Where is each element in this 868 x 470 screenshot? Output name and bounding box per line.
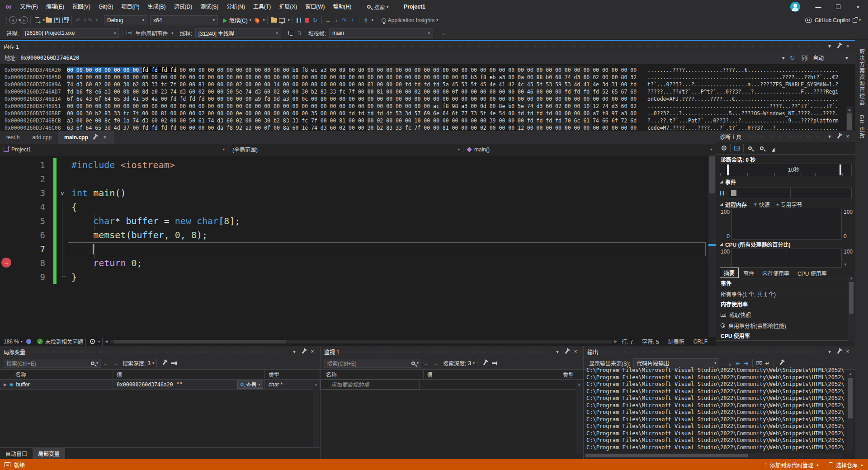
watch-search-input[interactable]: 搜索(Ctrl+E) ▾: [324, 359, 421, 368]
close-icon[interactable]: ×: [571, 348, 580, 356]
memory-ascii[interactable]: ........................................…: [647, 74, 838, 81]
tab-locals[interactable]: 局部变量: [33, 448, 65, 459]
current-statement-icon[interactable]: →: [1, 258, 11, 268]
column-header-value[interactable]: 值: [113, 370, 265, 379]
code-line[interactable]: 8 return 0;: [0, 256, 716, 270]
output-line[interactable]: C:\Program Files\Microsoft Visual Studio…: [584, 381, 855, 388]
process-memory-section-header[interactable]: ◢ 进程内存 ▼ 快照 ● 专用字节: [716, 200, 855, 209]
step-out-button[interactable]: ↑: [349, 16, 357, 24]
back-icon[interactable]: ←: [424, 360, 429, 367]
export-icon[interactable]: [733, 144, 741, 152]
output-titlebar[interactable]: 输出 ▾ ×: [584, 346, 855, 357]
pin-icon[interactable]: [835, 42, 843, 50]
step-over-button[interactable]: ↷: [340, 16, 349, 24]
health-status-text[interactable]: 未找到相关问题: [45, 338, 83, 345]
menu-item[interactable]: 分析(N): [222, 0, 249, 14]
document-health-icon[interactable]: [26, 339, 31, 344]
breadcrumb-scope-dropdown[interactable]: (全局范围) ▾: [228, 144, 463, 155]
settings-gear-icon[interactable]: [720, 144, 728, 152]
output-line[interactable]: C:\Program Files\Microsoft Visual Studio…: [584, 374, 855, 381]
code-line[interactable]: 3int main(): [0, 186, 716, 200]
interactive-window-button[interactable]: ⋕: [362, 16, 370, 24]
memory-ascii[interactable]: ?????...??#t?`...P^t?`...0??3?...?......…: [647, 88, 838, 95]
memory-hex-bytes[interactable]: 00 00 00 00 00 00 00 00 00 00 00 00 00 0…: [67, 74, 637, 81]
app-insights-button[interactable]: Application Insights: [388, 17, 434, 24]
depth-value-dropdown[interactable]: 3: [468, 360, 471, 367]
memory-ascii[interactable]: ........????............????...€........…: [647, 66, 838, 74]
tab-events[interactable]: 事件: [740, 268, 758, 278]
save-button[interactable]: [53, 16, 61, 24]
lifecycle-events-button[interactable]: 生命周期事件: [135, 29, 168, 37]
back-icon[interactable]: ←: [103, 360, 108, 367]
cpu-chart-plot[interactable]: [731, 249, 842, 268]
output-vscrollbar[interactable]: ▲: [847, 371, 854, 453]
memory-row[interactable]: 0x00000260D3746AD7fd b6 f8 e6 a3 00 0b 0…: [0, 88, 855, 95]
pin-icon[interactable]: [777, 359, 785, 367]
output-line[interactable]: C:\Program Files\Microsoft Visual Studio…: [584, 430, 855, 437]
redo-button[interactable]: ↷: [86, 16, 94, 24]
close-icon[interactable]: ×: [844, 348, 852, 356]
editor-scrollbar-thumb[interactable]: [709, 156, 715, 193]
code-line[interactable]: 5 char* buffer = new char[8];: [0, 214, 716, 228]
memory-row[interactable]: 0x00000260D3746A9A74 d3 60 02 00 00 30 b…: [0, 81, 855, 88]
pause-button[interactable]: [295, 16, 303, 24]
column-header-type[interactable]: 类型: [559, 370, 583, 379]
diagnostics-titlebar[interactable]: 诊断工具 ▾ ×: [716, 131, 855, 142]
locals-search-input[interactable]: 搜索(Ctrl+E) ▾: [4, 359, 101, 368]
take-snapshot-link[interactable]: 截取快照: [716, 309, 855, 320]
refresh-icon[interactable]: ↻: [788, 54, 797, 62]
sidebar-tab-git-changes[interactable]: Git 更改: [858, 110, 866, 144]
code-text[interactable]: }: [45, 270, 77, 284]
scroll-down-icon[interactable]: ▼: [844, 262, 852, 268]
code-text[interactable]: int main(): [45, 186, 126, 200]
pin-icon[interactable]: [562, 348, 571, 356]
menu-item[interactable]: 测试(S): [196, 0, 222, 14]
thread-dropdown[interactable]: [31240] 主线程▾: [195, 28, 281, 38]
view-value-button[interactable]: 查看 ▾: [237, 381, 263, 389]
maximize-button[interactable]: [828, 0, 848, 14]
editor-hscrollbar[interactable]: [110, 340, 612, 343]
memory-ascii[interactable]: t?`...0??3?...?.................a...????…: [647, 81, 838, 88]
pin-icon[interactable]: [835, 348, 843, 356]
zoom-in-icon[interactable]: +: [746, 144, 754, 152]
memory-ascii[interactable]: .......................................?…: [647, 103, 838, 110]
diagnostics-scrollbar[interactable]: ▲: [848, 276, 854, 341]
forward-icon[interactable]: →: [113, 360, 118, 367]
tab-memory-usage[interactable]: 内存使用率: [759, 268, 793, 278]
code-line[interactable]: 6 memset(buffer, 0, 8);: [0, 228, 716, 242]
output-line[interactable]: C:\Program Files\Microsoft Visual Studio…: [584, 437, 855, 444]
line-indicator[interactable]: 行: 7: [622, 338, 633, 345]
tab-main-cpp[interactable]: main.cpp ×: [58, 131, 114, 144]
tab-add-cpp[interactable]: add.cpp: [26, 131, 58, 144]
changed-bytes[interactable]: fd fd fd fd: [142, 67, 176, 73]
menu-item[interactable]: 文件(F): [16, 0, 42, 14]
add-watch-row[interactable]: 添加要监视的项: [321, 380, 583, 390]
pin-icon[interactable]: [835, 132, 843, 141]
memory-hex-bytes[interactable]: 00 00 30 b2 83 33 fc 7f 00 00 81 00 00 0…: [67, 110, 637, 117]
github-copilot-button[interactable]: GitHub Copilot ▾: [805, 16, 861, 24]
toolbar-overflow-icon[interactable]: ⌄: [439, 29, 448, 37]
memory-row[interactable]: 0x00000260D3746BCBa3 00 0e 00 8c f0 1a 7…: [0, 117, 855, 124]
search-box[interactable]: 搜索 ▾: [367, 3, 388, 11]
window-position-icon[interactable]: ▾: [290, 348, 298, 356]
locals-titlebar[interactable]: 局部变量 ▾ ×: [0, 346, 320, 357]
add-to-source-control-button[interactable]: ↑ 添加到源代码管理 ▲: [760, 459, 824, 470]
close-icon[interactable]: ×: [844, 42, 852, 50]
show-next-statement-button[interactable]: →: [324, 16, 332, 24]
output-log[interactable]: C:\Program Files\Microsoft Visual Studio…: [584, 367, 855, 451]
navigate-back-button[interactable]: ◂: [9, 16, 17, 24]
memory-hex-bytes[interactable]: 00 00 00 00 00 00 00 00 00 00 00 00 b8 f…: [176, 67, 637, 73]
code-line[interactable]: 7: [0, 242, 716, 256]
select-repository-button[interactable]: 选择仓库 ▲: [824, 459, 868, 470]
memory-row[interactable]: 0x00000260D3746C0863 6f 64 65 3d 4d 37 0…: [0, 124, 855, 131]
account-avatar[interactable]: [790, 2, 800, 12]
clear-all-icon[interactable]: ⌧: [755, 359, 763, 367]
code-text[interactable]: memset(buffer, 0, 8);: [45, 228, 208, 242]
tab-autos[interactable]: 自动窗口: [0, 448, 33, 459]
output-hscrollbar[interactable]: [585, 453, 842, 458]
memory-hex-bytes[interactable]: 00 00 00 00 00 00 00 00 00 00 00 00 00 0…: [67, 103, 637, 110]
memory-hex-bytes[interactable]: fd b6 f8 e6 a3 00 0b 00 8d a0 23 74 d3 6…: [67, 88, 637, 95]
cpu-section-header[interactable]: ◢ CPU (所有处理器的百分比): [716, 240, 855, 249]
memory-hex-bytes[interactable]: 74 d3 60 02 00 00 30 b2 83 33 fc 7f 00 0…: [67, 81, 637, 88]
close-icon[interactable]: ×: [308, 348, 316, 356]
